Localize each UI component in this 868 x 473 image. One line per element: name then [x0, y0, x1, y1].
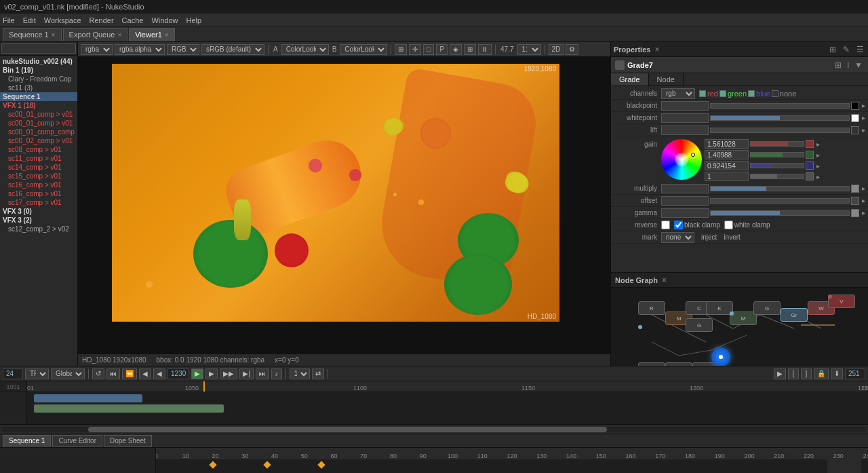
tree-item-sc00-comp[interactable]: sc00_01_comp_comp	[0, 128, 77, 136]
bottom-tab-dope-sheet[interactable]: Dope Sheet	[104, 435, 152, 447]
gain-r-arrow[interactable]: ▸	[816, 140, 820, 148]
tree-item-sc14[interactable]: sc14_comp > v01	[0, 163, 77, 172]
gain-r-input[interactable]	[705, 139, 749, 149]
lift-slider[interactable]	[710, 128, 850, 133]
multiply-arrow[interactable]: ▸	[862, 185, 865, 192]
keyframe-3[interactable]	[317, 461, 325, 468]
gamma-arrow[interactable]: ▸	[862, 209, 865, 216]
tab-viewer1[interactable]: Viewer1 ×	[129, 28, 174, 41]
settings-btn[interactable]: ⚙	[566, 44, 578, 55]
blackpoint-input[interactable]: 0	[661, 101, 709, 111]
timeline-scroll-thumb[interactable]	[88, 427, 608, 432]
gain-g-slider[interactable]	[750, 152, 804, 157]
node-graph-close-btn[interactable]: ×	[662, 276, 667, 285]
speed-select[interactable]: 10	[290, 368, 310, 379]
mark-select[interactable]: none	[661, 232, 694, 243]
ch-green-check[interactable]	[719, 90, 726, 97]
node-more-btn[interactable]: ▼	[853, 60, 864, 70]
roi-btn[interactable]: □	[423, 44, 434, 55]
tree-item-sc00-01a[interactable]: sc00_01_comp > v01	[0, 110, 77, 119]
proxy-btn[interactable]: P	[436, 44, 448, 55]
color-wheel[interactable]	[661, 139, 702, 180]
channels-select[interactable]: rgb	[661, 88, 695, 99]
ng-node-10[interactable]: V	[828, 295, 855, 308]
gamma-input[interactable]: 1	[661, 208, 709, 218]
rewind-btn[interactable]: ◀	[153, 368, 165, 379]
offset-slider[interactable]	[710, 198, 850, 204]
gain-b-input[interactable]	[705, 161, 749, 170]
gain-a-input[interactable]	[705, 172, 749, 181]
fps-select[interactable]: TF	[25, 368, 49, 379]
props-icon-btn3[interactable]: ☰	[855, 45, 865, 54]
audio-btn[interactable]: ♪	[271, 368, 282, 379]
ch-alpha-check[interactable]	[772, 90, 778, 97]
ng-node-lower-2[interactable]: M	[665, 362, 692, 366]
out-point-btn[interactable]: ]	[801, 368, 812, 379]
node-info-btn[interactable]: i	[846, 60, 850, 70]
ch-red-check[interactable]	[699, 90, 706, 97]
tab-close-sequence1[interactable]: ×	[52, 31, 56, 39]
step-end-btn[interactable]: ⏭	[256, 368, 269, 379]
play-fwd-btn[interactable]: ▶	[205, 368, 218, 379]
gain-b-arrow[interactable]: ▸	[816, 162, 820, 170]
gain-a-slider[interactable]	[750, 174, 804, 179]
lift-arrow[interactable]: ▸	[862, 126, 865, 134]
offset-arrow[interactable]: ▸	[862, 197, 865, 204]
track-bar-1[interactable]	[34, 394, 142, 402]
pause-btn[interactable]: ⏸	[478, 44, 492, 55]
ng-node-7[interactable]: G	[753, 301, 781, 315]
offset-input[interactable]: 0	[661, 196, 709, 206]
whitepoint-input[interactable]: 1	[661, 113, 709, 123]
ng-node-1[interactable]: R	[638, 301, 665, 315]
gain-r-slider[interactable]	[750, 141, 804, 147]
fwd-frame-btn[interactable]: ▶▶	[220, 368, 237, 379]
tree-item-sequence1[interactable]: Sequence 1	[0, 92, 77, 101]
menu-workspace[interactable]: Workspace	[44, 16, 81, 24]
frame-current[interactable]: 24	[3, 368, 23, 379]
tree-item-bin1[interactable]: Bin 1 (19)	[0, 66, 77, 75]
black-clamp-check[interactable]	[674, 221, 683, 229]
tab-close-viewer1[interactable]: ×	[165, 31, 169, 39]
menu-render[interactable]: Render	[90, 16, 114, 24]
ch-blue-check[interactable]	[748, 90, 755, 97]
menu-window[interactable]: Window	[151, 16, 178, 24]
whitepoint-slider[interactable]	[710, 115, 850, 121]
tree-item-clary[interactable]: Clary - Freedom Cop	[0, 75, 77, 83]
render-btn[interactable]: ⬇	[831, 368, 843, 379]
lut-select[interactable]: sRGB (default)	[201, 44, 264, 55]
colorspace-select[interactable]: RGB	[167, 44, 199, 55]
keyframe-2[interactable]	[263, 461, 271, 468]
ng-node-8[interactable]: Gr	[781, 308, 808, 322]
tree-item-sc00-01b[interactable]: sc00_01_comp > v01	[0, 119, 77, 128]
gain-g-arrow[interactable]: ▸	[816, 151, 820, 159]
bottom-tab-sequence1[interactable]: Sequence 1	[3, 435, 51, 447]
tree-item-vfx3-0[interactable]: VFX 3 (0)	[0, 207, 77, 216]
split-view-btn[interactable]: ⊞	[395, 44, 407, 55]
b-node-select[interactable]: ColorLookup	[340, 44, 387, 55]
blackpoint-arrow[interactable]: ▸	[862, 102, 865, 109]
gain-a-arrow[interactable]: ▸	[816, 173, 820, 181]
multiply-input[interactable]: 1.2	[661, 184, 709, 193]
tree-item-sc16a[interactable]: sc16_comp > v01	[0, 181, 77, 189]
bottom-tab-curve-editor[interactable]: Curve Editor	[52, 435, 102, 447]
tree-item-sc16b[interactable]: sc16_comp > v01	[0, 189, 77, 198]
props-icon-btn2[interactable]: ✎	[842, 45, 851, 54]
guides-btn[interactable]: ⊞	[464, 44, 476, 55]
tab-close-export-queue[interactable]: ×	[117, 31, 121, 39]
menu-cache[interactable]: Cache	[122, 16, 144, 24]
ng-node-4[interactable]: G	[686, 318, 713, 332]
gamma-slider[interactable]	[710, 210, 850, 216]
step-back-btn[interactable]: ⏪	[122, 368, 137, 379]
reset-btn[interactable]: ↺	[92, 368, 104, 379]
next-frame-btn[interactable]: ▶|	[239, 368, 254, 379]
menu-edit[interactable]: Edit	[23, 16, 36, 24]
lift-input[interactable]: 0	[661, 126, 709, 135]
keyframe-1[interactable]	[209, 461, 216, 468]
tree-item-sc08[interactable]: sc08_comp > v01	[0, 145, 77, 154]
menu-file[interactable]: File	[3, 16, 15, 24]
frame-in[interactable]: 1230	[167, 368, 189, 379]
tab-node[interactable]: Node	[649, 73, 684, 86]
track-area[interactable]	[27, 392, 868, 424]
tree-item-vfx3-2[interactable]: VFX 3 (2)	[0, 216, 77, 225]
tree-item-sc00-02[interactable]: sc00_02_comp > v01	[0, 136, 77, 145]
